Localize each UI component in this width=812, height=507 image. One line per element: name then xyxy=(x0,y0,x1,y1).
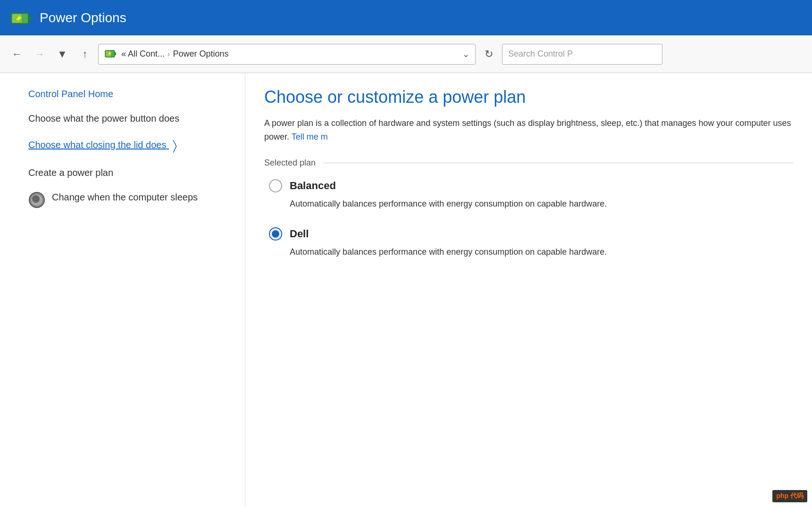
breadcrumb-poweroptions: Power Options xyxy=(173,49,228,59)
sidebar-item-control-panel-home[interactable]: Control Panel Home xyxy=(28,87,231,100)
app-title: Power Options xyxy=(40,10,126,25)
selected-plan-header: Selected plan xyxy=(264,158,793,168)
plan-balanced-header: Balanced xyxy=(269,179,793,192)
sidebar: Control Panel Home Choose what the power… xyxy=(0,73,245,507)
search-bar[interactable]: Search Control P xyxy=(502,44,662,65)
app-icon xyxy=(9,7,32,29)
address-text: « All Cont... › Power Options xyxy=(121,49,459,59)
plan-dell-desc: Automatically balances performance with … xyxy=(269,245,793,259)
radio-balanced[interactable] xyxy=(269,179,282,192)
radio-dell[interactable] xyxy=(269,227,282,241)
plan-dell-header: Dell xyxy=(269,227,793,241)
sleep-icon xyxy=(28,191,45,208)
forward-button[interactable]: → xyxy=(30,45,49,64)
address-dropdown-icon[interactable]: ⌄ xyxy=(462,49,469,59)
breadcrumb-sep: › xyxy=(167,50,170,58)
sidebar-item-sleep: Change when the computer sleeps xyxy=(28,191,231,208)
svg-point-10 xyxy=(32,195,40,203)
content: Control Panel Home Choose what the power… xyxy=(0,73,812,507)
selected-plan-divider xyxy=(323,163,793,163)
main-description: A power plan is a collection of hardware… xyxy=(264,116,793,144)
plan-dell-name: Dell xyxy=(290,228,309,240)
back-button[interactable]: ← xyxy=(8,45,26,64)
sidebar-item-power-button: Choose what the power button does xyxy=(28,112,231,125)
svg-rect-5 xyxy=(115,52,116,55)
sidebar-item-sleep-label: Change when the computer sleeps xyxy=(52,191,198,204)
up-button[interactable]: ↑ xyxy=(75,45,94,64)
search-placeholder: Search Control P xyxy=(508,49,573,59)
title-bar: Power Options xyxy=(0,0,812,35)
plan-balanced-name: Balanced xyxy=(290,180,336,192)
tell-me-more-link[interactable]: Tell me m xyxy=(292,132,328,141)
breadcrumb-allcontrols: « All Cont... xyxy=(121,49,165,59)
page-title: Choose or customize a power plan xyxy=(264,87,793,107)
plan-balanced-desc: Automatically balances performance with … xyxy=(269,197,793,211)
php-badge: php 代码 xyxy=(772,490,807,502)
address-icon xyxy=(104,48,117,61)
refresh-button[interactable]: ↻ xyxy=(479,45,498,64)
svg-rect-1 xyxy=(28,16,31,21)
address-bar[interactable]: « All Cont... › Power Options ⌄ xyxy=(98,44,476,65)
nav-bar: ← → ▼ ↑ « All Cont... › Power Options ⌄ … xyxy=(0,35,812,73)
dropdown-button[interactable]: ▼ xyxy=(53,45,72,64)
cursor-hand-icon: 〉 xyxy=(173,136,177,155)
sidebar-item-lid-action[interactable]: Choose what closing the lid does 〉 xyxy=(28,136,231,155)
main-panel: Choose or customize a power plan A power… xyxy=(245,73,812,507)
selected-plan-label: Selected plan xyxy=(264,158,316,168)
plan-item-dell: Dell Automatically balances performance … xyxy=(264,227,793,259)
sidebar-item-create-plan: Create a power plan xyxy=(28,166,231,179)
radio-dell-fill xyxy=(272,230,279,238)
plan-item-balanced: Balanced Automatically balances performa… xyxy=(264,179,793,211)
